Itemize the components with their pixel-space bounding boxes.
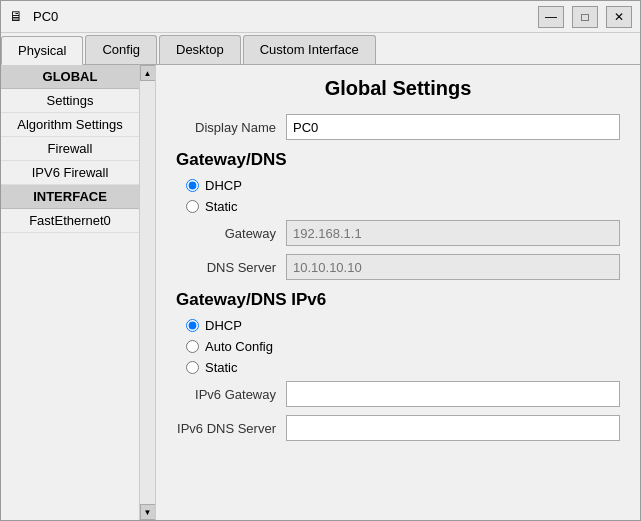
sidebar-item-ipv6-firewall[interactable]: IPV6 Firewall (1, 161, 139, 185)
static-radio[interactable] (186, 200, 199, 213)
dhcp-radio[interactable] (186, 179, 199, 192)
ipv6-dns-server-row: IPv6 DNS Server (176, 415, 620, 441)
scrollbar-down-button[interactable]: ▼ (140, 504, 156, 520)
tab-custom-interface[interactable]: Custom Interface (243, 35, 376, 64)
dhcp-radio-row: DHCP (186, 178, 620, 193)
dhcp-ipv6-radio[interactable] (186, 319, 199, 332)
dhcp-label[interactable]: DHCP (205, 178, 242, 193)
static-label[interactable]: Static (205, 199, 238, 214)
dns-server-row: DNS Server (176, 254, 620, 280)
static-ipv6-radio-row: Static (186, 360, 620, 375)
gateway-fields: Gateway DNS Server (176, 220, 620, 280)
ipv6-gateway-label: IPv6 Gateway (176, 387, 286, 402)
sidebar-item-algorithm-settings[interactable]: Algorithm Settings (1, 113, 139, 137)
sidebar-scroll: GLOBAL Settings Algorithm Settings Firew… (1, 65, 139, 520)
gateway-input[interactable] (286, 220, 620, 246)
display-name-row: Display Name (176, 114, 620, 140)
maximize-button[interactable]: □ (572, 6, 598, 28)
autoconfig-radio-row: Auto Config (186, 339, 620, 354)
gateway-dns-section-header: Gateway/DNS (176, 150, 620, 170)
sidebar-item-settings[interactable]: Settings (1, 89, 139, 113)
sidebar-item-fastethernet0[interactable]: FastEthernet0 (1, 209, 139, 233)
window-controls: — □ ✕ (538, 6, 632, 28)
gateway-label: Gateway (176, 226, 286, 241)
sidebar-global-header: GLOBAL (1, 65, 139, 89)
ipv6-gateway-fields: IPv6 Gateway IPv6 DNS Server (176, 381, 620, 441)
main-content: GLOBAL Settings Algorithm Settings Firew… (1, 65, 640, 520)
window-title: PC0 (33, 9, 538, 24)
static-radio-row: Static (186, 199, 620, 214)
scrollbar-track (140, 81, 156, 504)
sidebar: GLOBAL Settings Algorithm Settings Firew… (1, 65, 156, 520)
main-window: 🖥 PC0 — □ ✕ Physical Config Desktop Cust… (0, 0, 641, 521)
ipv6-gateway-input[interactable] (286, 381, 620, 407)
tab-config[interactable]: Config (85, 35, 157, 64)
gateway-row: Gateway (176, 220, 620, 246)
scrollbar-up-button[interactable]: ▲ (140, 65, 156, 81)
minimize-button[interactable]: — (538, 6, 564, 28)
right-panel: Global Settings Display Name Gateway/DNS… (156, 65, 640, 520)
ipv6-dns-server-label: IPv6 DNS Server (176, 421, 286, 436)
window-icon: 🖥 (9, 8, 27, 26)
dns-server-label: DNS Server (176, 260, 286, 275)
static-ipv6-label[interactable]: Static (205, 360, 238, 375)
static-ipv6-radio[interactable] (186, 361, 199, 374)
close-button[interactable]: ✕ (606, 6, 632, 28)
tab-desktop[interactable]: Desktop (159, 35, 241, 64)
display-name-label: Display Name (176, 120, 286, 135)
panel-title: Global Settings (176, 77, 620, 100)
ipv6-gateway-row: IPv6 Gateway (176, 381, 620, 407)
autoconfig-radio[interactable] (186, 340, 199, 353)
sidebar-scrollbar: ▲ ▼ (139, 65, 155, 520)
gateway-dns-ipv6-section-header: Gateway/DNS IPv6 (176, 290, 620, 310)
tab-bar: Physical Config Desktop Custom Interface (1, 33, 640, 65)
dhcp-ipv6-radio-row: DHCP (186, 318, 620, 333)
dns-server-input[interactable] (286, 254, 620, 280)
sidebar-item-firewall[interactable]: Firewall (1, 137, 139, 161)
dhcp-ipv6-label[interactable]: DHCP (205, 318, 242, 333)
display-name-input[interactable] (286, 114, 620, 140)
autoconfig-label[interactable]: Auto Config (205, 339, 273, 354)
sidebar-interface-header: INTERFACE (1, 185, 139, 209)
ipv6-dns-server-input[interactable] (286, 415, 620, 441)
title-bar: 🖥 PC0 — □ ✕ (1, 1, 640, 33)
tab-physical[interactable]: Physical (1, 36, 83, 65)
